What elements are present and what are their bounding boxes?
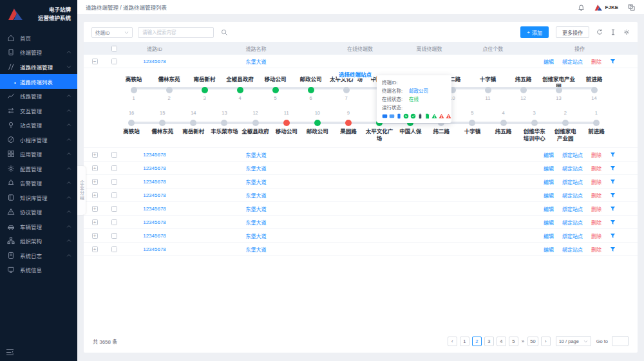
row-checkbox[interactable] xyxy=(111,233,117,239)
bind-station-action[interactable]: 绑定站点 xyxy=(562,232,583,239)
station-dot[interactable] xyxy=(252,120,259,126)
sidebar-item-line[interactable]: 线路管理 xyxy=(0,89,77,104)
station-dot[interactable] xyxy=(283,120,290,126)
filter-funnel-icon[interactable] xyxy=(610,179,616,185)
page-button-2[interactable]: 2 xyxy=(472,337,482,346)
sidebar-item-org[interactable]: 组织架构 xyxy=(0,234,77,248)
row-checkbox[interactable] xyxy=(111,206,117,212)
sidebar-item-book[interactable]: 知识库管理 xyxy=(0,190,77,205)
expand-row-icon[interactable]: + xyxy=(92,165,98,171)
delete-action[interactable]: 删除 xyxy=(591,58,601,65)
station-dot[interactable] xyxy=(202,87,208,93)
edit-action[interactable]: 编辑 xyxy=(544,232,554,239)
row-checkbox[interactable] xyxy=(111,59,117,64)
more-actions-button[interactable]: 更多操作 xyxy=(556,26,589,38)
filter-funnel-icon[interactable] xyxy=(610,165,616,171)
expand-row-icon[interactable]: + xyxy=(92,179,98,185)
road-id-link[interactable]: 12345678 xyxy=(143,165,166,171)
row-checkbox[interactable] xyxy=(111,219,117,225)
station-dot[interactable] xyxy=(314,120,321,126)
bind-station-action[interactable]: 绑定站点 xyxy=(562,178,583,185)
station-dot[interactable] xyxy=(520,87,527,93)
edit-action[interactable]: 编辑 xyxy=(544,192,554,199)
road-id-link[interactable]: 12345678 xyxy=(143,192,166,198)
refresh-icon[interactable] xyxy=(596,29,603,35)
delete-action[interactable]: 删除 xyxy=(591,232,601,239)
edit-action[interactable]: 编辑 xyxy=(544,178,554,185)
sidebar-item-swap[interactable]: 交互管理 xyxy=(0,104,77,118)
road-name-link[interactable]: 东堡大道 xyxy=(246,207,267,212)
notification-bell-icon[interactable] xyxy=(578,4,585,11)
road-name-link[interactable]: 东堡大道 xyxy=(246,153,267,158)
station-dot[interactable] xyxy=(190,120,196,126)
sidebar-item-log[interactable]: 系统日志 xyxy=(0,248,77,263)
bind-station-action[interactable]: 绑定站点 xyxy=(562,205,583,212)
sidebar-item-road[interactable]: 道路终端管理 xyxy=(0,60,77,75)
user-account[interactable]: FJKE xyxy=(594,4,618,11)
station-dot[interactable] xyxy=(237,87,243,93)
station-dot[interactable] xyxy=(272,87,279,93)
collapse-row-icon[interactable]: − xyxy=(92,59,98,64)
filter-funnel-icon[interactable] xyxy=(610,206,616,212)
bind-station-action[interactable]: 绑定站点 xyxy=(562,58,583,65)
filter-funnel-icon[interactable] xyxy=(610,246,616,252)
search-icon[interactable] xyxy=(221,29,228,36)
road-id-link[interactable]: 12345678 xyxy=(143,206,166,212)
station-dot[interactable] xyxy=(593,120,600,126)
road-id-link[interactable]: 12345678 xyxy=(143,246,166,252)
prev-page-button[interactable]: ‹ xyxy=(448,337,457,346)
station-dot[interactable] xyxy=(221,120,227,126)
sidebar-item-home[interactable]: 首页 xyxy=(0,31,77,46)
edit-action[interactable]: 编辑 xyxy=(544,246,554,253)
edit-action[interactable]: 编辑 xyxy=(544,219,554,226)
search-field-select[interactable]: 终端ID xyxy=(91,27,133,38)
station-dot[interactable] xyxy=(591,87,598,93)
bind-station-action[interactable]: 绑定站点 xyxy=(562,246,583,253)
jump-forward-button[interactable]: » xyxy=(521,338,525,344)
station-dot[interactable] xyxy=(159,120,166,126)
road-name-link[interactable]: 东堡大道 xyxy=(246,180,267,185)
sidebar-item-road-terminal-list[interactable]: 道路终端列表 xyxy=(0,74,77,89)
expand-row-icon[interactable]: + xyxy=(92,152,98,158)
page-button-5[interactable]: 5 xyxy=(509,337,518,346)
sidebar-item-miniapp[interactable]: 小程序管理 xyxy=(0,133,77,147)
station-dot[interactable] xyxy=(131,87,137,93)
station-dot[interactable] xyxy=(531,120,538,126)
station-dot[interactable] xyxy=(485,87,491,93)
filter-funnel-icon[interactable] xyxy=(610,192,616,198)
select-terminal-station-hint[interactable]: 选择终端站点 xyxy=(337,69,374,79)
road-name-link[interactable]: 东堡大道 xyxy=(246,193,267,199)
station-dot[interactable] xyxy=(500,120,507,126)
sidebar-item-car[interactable]: 车辆管理 xyxy=(0,219,77,234)
enterprise-group-drawer-tab[interactable]: 企业分组 xyxy=(77,166,86,215)
road-name-link[interactable]: 东堡大道 xyxy=(246,234,267,239)
delete-action[interactable]: 删除 xyxy=(591,151,601,158)
station-dot[interactable] xyxy=(166,87,173,93)
expand-row-icon[interactable]: + xyxy=(92,219,98,225)
expand-row-icon[interactable]: + xyxy=(92,246,98,252)
bind-station-action[interactable]: 绑定站点 xyxy=(562,165,583,172)
goto-page-input[interactable] xyxy=(612,336,629,346)
page-button-3[interactable]: 3 xyxy=(484,337,494,346)
road-id-link[interactable]: 12345678 xyxy=(143,59,166,64)
menu-fold-icon[interactable] xyxy=(6,349,14,356)
sidebar-item-pin[interactable]: 站点管理 xyxy=(0,118,77,133)
add-button[interactable]: + 添加 xyxy=(520,26,549,38)
sidebar-item-terminal[interactable]: 终端管理 xyxy=(0,45,77,60)
filter-funnel-icon[interactable] xyxy=(610,233,616,239)
expand-row-icon[interactable]: + xyxy=(92,206,98,212)
filter-funnel-icon[interactable] xyxy=(610,152,616,158)
sidebar-item-protocol[interactable]: 协议管理 xyxy=(0,205,77,219)
station-dot[interactable] xyxy=(556,87,562,93)
page-button-4[interactable]: 4 xyxy=(497,337,506,346)
road-id-link[interactable]: 12345678 xyxy=(143,233,166,239)
road-id-link[interactable]: 12345678 xyxy=(143,179,166,185)
road-name-link[interactable]: 东堡大道 xyxy=(246,166,267,172)
next-page-button[interactable]: › xyxy=(541,337,551,346)
filter-funnel-icon[interactable] xyxy=(610,59,616,64)
sidebar-item-info[interactable]: 系统信息 xyxy=(0,263,77,277)
station-dot[interactable] xyxy=(469,120,475,126)
station-dot[interactable] xyxy=(343,87,350,93)
station-dot[interactable] xyxy=(562,120,569,126)
station-dot[interactable] xyxy=(128,120,135,126)
